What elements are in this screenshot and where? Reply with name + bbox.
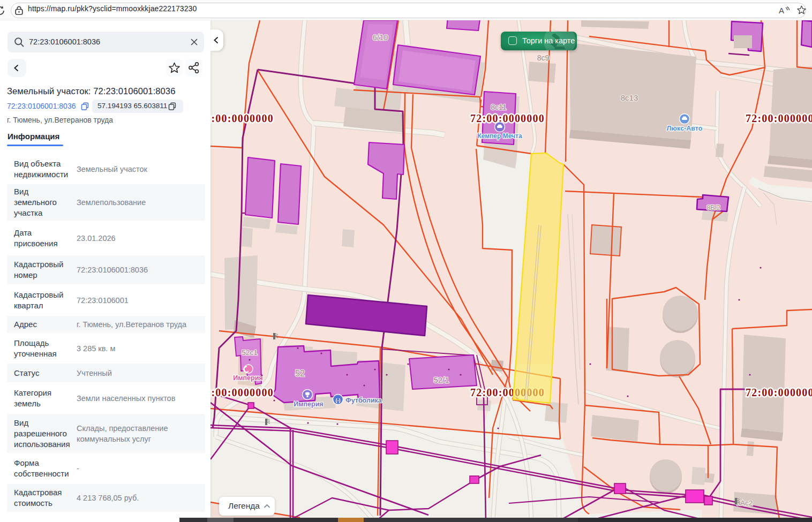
svg-text:8с9: 8с9 — [537, 54, 550, 62]
svg-text:6/10: 6/10 — [372, 33, 388, 42]
svg-text:Кемпер Мечта: Кемпер Мечта — [477, 132, 522, 140]
svg-text:72:00:0000000: 72:00:0000000 — [746, 112, 812, 124]
svg-text:52/1: 52/1 — [433, 375, 449, 384]
svg-text:8Б/2: 8Б/2 — [706, 204, 720, 211]
svg-text:8с11: 8с11 — [491, 103, 507, 111]
svg-text:A: A — [779, 6, 784, 15]
svg-text:72:00:0000000: 72:00:0000000 — [746, 387, 812, 398]
svg-text:(-): (-) — [336, 398, 341, 403]
svg-text:8Ас2: 8Ас2 — [736, 499, 753, 507]
svg-text:Империя: Империя — [294, 400, 323, 408]
svg-text:52: 52 — [295, 369, 305, 378]
svg-text:Люкс-Авто: Люкс-Авто — [667, 125, 703, 132]
svg-text:Футболика: Футболика — [345, 397, 382, 404]
svg-text:Империя: Империя — [233, 374, 262, 382]
svg-text:72:00:0000000: 72:00:0000000 — [470, 112, 545, 124]
svg-text:8с13: 8с13 — [621, 93, 638, 102]
svg-text:52с1: 52с1 — [242, 349, 257, 357]
